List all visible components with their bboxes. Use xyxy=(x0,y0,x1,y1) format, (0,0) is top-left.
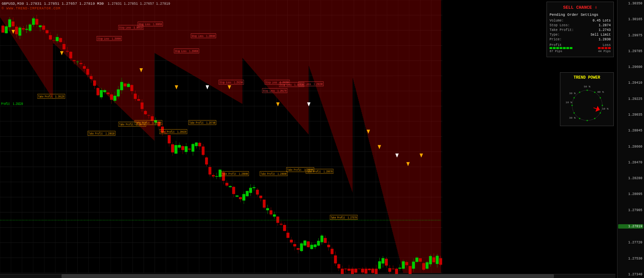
takeprofit-row: Take Profit: 1.2743 xyxy=(550,28,611,32)
price-tick-12: 1.28095 xyxy=(618,192,643,196)
loss-pips: 44 Pips xyxy=(598,50,611,53)
profit-bar-label: Profit xyxy=(550,43,562,47)
type-label: Type: xyxy=(550,33,560,37)
scrollbar-thumb[interactable] xyxy=(62,274,554,278)
volume-value: 0.45 Lots xyxy=(593,19,611,23)
green-dot-7 xyxy=(570,47,572,49)
red-bar xyxy=(598,47,611,49)
price-tick-2: 1.29975 xyxy=(618,34,643,37)
sell-title: SELL CHANCE ⇩ xyxy=(550,5,611,10)
price-tick-5: 1.29410 xyxy=(618,81,643,85)
chart-scrollbar[interactable] xyxy=(0,274,615,278)
watermark: © WWW.TREND-IMPERATOR.COM xyxy=(2,7,61,10)
chart-container: GBPUSD,M30 1.27831 1.27851 1.27657 1.278… xyxy=(0,0,644,278)
red-dot-1 xyxy=(598,47,601,49)
green-bar xyxy=(550,47,572,49)
green-dot-2 xyxy=(553,47,556,49)
type-value: Sell Limit xyxy=(591,33,611,37)
volume-row: Volume: 0.45 Lots xyxy=(550,19,611,23)
red-dot-3 xyxy=(605,47,607,49)
pending-title: Pending Order Settings xyxy=(550,13,611,17)
green-dot-3 xyxy=(556,47,559,49)
price-tick-0: 1.30350 xyxy=(618,2,643,5)
volume-label: Volume: xyxy=(550,19,564,23)
price-tick-10: 1.28470 xyxy=(618,161,643,164)
trend-gauge xyxy=(563,83,611,121)
price-tick-1: 1.30165 xyxy=(618,17,643,21)
top-bar: GBPUSD,M30 1.27831 1.27851 1.27657 1.278… xyxy=(2,2,170,6)
green-dot-6 xyxy=(566,47,569,49)
stoploss-row: Stop Loss: 1.2874 xyxy=(550,24,611,27)
ohlc-info: 1.27831 1.27851 1.27657 1.27819 xyxy=(108,2,170,6)
type-row: Type: Sell Limit xyxy=(550,33,611,37)
price-tick-3: 1.29785 xyxy=(618,49,643,53)
price-row: Price: 1.2830 xyxy=(550,38,611,41)
stoploss-value: 1.2874 xyxy=(599,24,611,27)
timeframe-info: M30 xyxy=(97,2,104,6)
price-tick-4: 1.29600 xyxy=(618,65,643,69)
price-tick-16: 1.27530 xyxy=(618,257,643,261)
takeprofit-value: 1.2743 xyxy=(599,28,611,32)
trend-panel: TREND POWER xyxy=(560,72,614,126)
green-dot-4 xyxy=(560,47,562,49)
price-tick-15: 1.27720 xyxy=(618,241,643,244)
green-dot-1 xyxy=(550,47,552,49)
price-tick-14: 1.27819 xyxy=(618,224,643,229)
green-dot-5 xyxy=(563,47,566,49)
profit-loss-bar: Profit 87 Pips Loss xyxy=(550,43,611,53)
red-dot-4 xyxy=(608,47,611,49)
profit-pips: 87 Pips xyxy=(550,50,562,53)
trend-title: TREND POWER xyxy=(563,75,611,80)
price-scale: 1.303501.301651.299751.297851.296001.294… xyxy=(617,0,644,278)
price-label: Price: xyxy=(550,38,562,41)
price-tick-7: 1.29035 xyxy=(618,113,643,117)
profit-section: Profit 87 Pips xyxy=(550,43,572,53)
loss-section: Loss 44 Pips xyxy=(598,43,611,53)
price-chart xyxy=(0,0,442,278)
loss-bar-label: Loss xyxy=(603,43,611,47)
price-tick-11: 1.28280 xyxy=(618,176,643,180)
sell-panel: SELL CHANCE ⇩ Pending Order Settings Vol… xyxy=(547,2,614,57)
price-tick-9: 1.28660 xyxy=(618,145,643,149)
stoploss-label: Stop Loss: xyxy=(550,24,570,27)
price-tick-13: 1.27905 xyxy=(618,208,643,212)
red-dot-2 xyxy=(601,47,604,49)
takeprofit-label: Take Profit: xyxy=(550,28,574,32)
price-value: 1.2830 xyxy=(599,38,611,41)
symbol-info: GBPUSD,M30 1.27831 1.27851 1.27657 1.278… xyxy=(2,2,95,6)
price-tick-6: 1.29225 xyxy=(618,97,643,101)
price-tick-17: 1.27340 xyxy=(618,273,643,276)
price-tick-8: 1.28845 xyxy=(618,129,643,132)
